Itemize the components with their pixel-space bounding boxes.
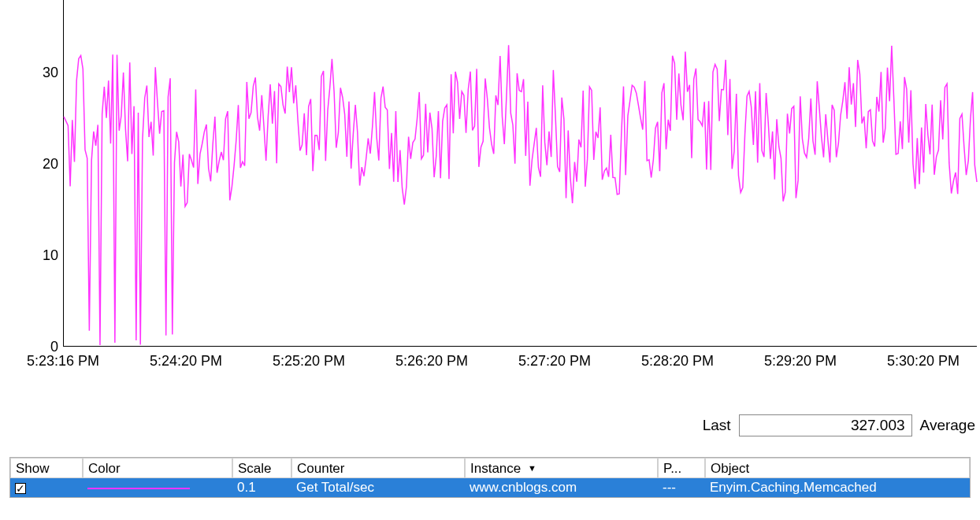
series-color-swatch (87, 488, 190, 489)
x-tick-7: 5:30:20 PM (887, 353, 960, 370)
counter-header-row: Show Color Scale Counter Instance ▼ P...… (10, 458, 970, 478)
header-scale[interactable]: Scale (232, 458, 291, 478)
chart-svg (64, 0, 977, 346)
header-instance-label: Instance (470, 461, 521, 476)
cell-instance: www.cnblogs.com (465, 478, 658, 497)
header-color[interactable]: Color (83, 458, 232, 478)
x-tick-4: 5:27:20 PM (518, 353, 591, 370)
cell-show[interactable] (10, 478, 83, 497)
x-tick-5: 5:28:20 PM (641, 353, 714, 370)
x-tick-0: 5:23:16 PM (27, 353, 99, 370)
table-row[interactable]: 0.1 Get Total/sec www.cnblogs.com --- En… (10, 478, 970, 497)
perf-chart: 0 10 20 30 5:23:16 PM 5:24:20 PM 5:25:20… (0, 0, 980, 378)
cell-scale: 0.1 (232, 478, 291, 497)
counter-list[interactable]: Show Color Scale Counter Instance ▼ P...… (9, 457, 971, 498)
cell-counter: Get Total/sec (291, 478, 465, 497)
header-parent[interactable]: P... (658, 458, 705, 478)
cell-parent: --- (658, 478, 705, 497)
plot-region[interactable] (63, 0, 977, 347)
x-tick-3: 5:26:20 PM (395, 353, 468, 370)
x-tick-2: 5:25:20 PM (273, 353, 345, 370)
x-tick-6: 5:29:20 PM (764, 353, 837, 370)
cell-object: Enyim.Caching.Memcached (705, 478, 970, 497)
cell-color (83, 478, 232, 497)
header-show[interactable]: Show (10, 458, 83, 478)
y-tick-20: 20 (43, 156, 58, 173)
y-tick-10: 10 (43, 247, 58, 264)
header-instance[interactable]: Instance ▼ (465, 458, 658, 478)
x-tick-1: 5:24:20 PM (150, 353, 222, 370)
checkbox-icon[interactable] (15, 483, 26, 494)
last-label: Last (703, 417, 731, 434)
y-tick-30: 30 (43, 65, 58, 81)
last-value: 327.003 (739, 414, 912, 436)
header-object[interactable]: Object (705, 458, 970, 478)
header-counter[interactable]: Counter (291, 458, 465, 478)
average-label: Average (920, 417, 975, 434)
sort-desc-icon: ▼ (528, 458, 536, 478)
status-bar: Last 327.003 Average (0, 410, 980, 441)
